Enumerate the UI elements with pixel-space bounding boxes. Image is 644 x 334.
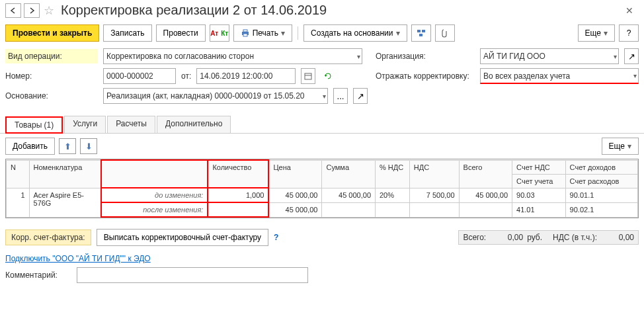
- move-down-button[interactable]: ⬇: [80, 138, 97, 154]
- totals-bar: Всего: 0,00 руб. НДС (в т.ч.): 0,00: [458, 230, 639, 245]
- col-item: Номенклатура: [29, 160, 101, 188]
- org-label: Организация:: [376, 52, 475, 61]
- add-button[interactable]: Добавить: [5, 138, 55, 155]
- close-icon[interactable]: ✕: [620, 5, 639, 16]
- op-type-select[interactable]: Корректировка по согласованию сторон ▾: [103, 48, 362, 64]
- more-button[interactable]: Еще: [578, 24, 615, 42]
- reflect-select[interactable]: Во всех разделах учета ▾: [480, 68, 639, 84]
- comment-input[interactable]: [77, 267, 308, 283]
- basis-input[interactable]: Реализация (акт, накладная) 0000-000019 …: [103, 88, 328, 104]
- basis-label: Основание:: [5, 91, 98, 101]
- edo-link[interactable]: Подключить "ООО "АЙ ТИ ГИД"" к ЭДО: [0, 250, 156, 267]
- basis-open-button[interactable]: ↗: [353, 88, 368, 104]
- tab-services[interactable]: Услуги: [64, 116, 106, 133]
- post-button[interactable]: Провести: [156, 24, 206, 42]
- chevron-down-icon: ▾: [633, 72, 637, 79]
- org-select[interactable]: АЙ ТИ ГИД ООО ▾: [480, 48, 619, 64]
- page-title: Корректировка реализации 2 от 14.06.2019: [61, 3, 618, 18]
- col-income-acc: Счет доходов: [565, 160, 637, 174]
- chevron-down-icon: ▾: [357, 53, 360, 60]
- col-change: [101, 160, 208, 188]
- org-open-button[interactable]: ↗: [624, 48, 639, 64]
- svg-rect-2: [243, 34, 247, 36]
- col-expense-acc: Счет расходов: [565, 174, 637, 188]
- create-based-button[interactable]: Создать на основании: [303, 24, 407, 42]
- basis-select-button[interactable]: ...: [333, 88, 348, 104]
- col-vat: НДС: [409, 160, 459, 188]
- col-sum: Сумма: [322, 160, 376, 188]
- refresh-button[interactable]: [321, 68, 335, 84]
- nav-forward-button[interactable]: [24, 3, 40, 18]
- write-button[interactable]: Записать: [103, 24, 151, 42]
- table-more-button[interactable]: Еще: [602, 138, 639, 155]
- nav-back-button[interactable]: [5, 3, 21, 18]
- struct-icon: [417, 29, 426, 37]
- svg-rect-5: [419, 34, 423, 36]
- goods-table: N Номенклатура Количество Цена Сумма % Н…: [5, 159, 639, 218]
- comment-label: Комментарий:: [5, 271, 71, 280]
- help-button[interactable]: ?: [619, 24, 639, 42]
- number-input[interactable]: 0000-000002: [103, 68, 176, 84]
- svg-rect-1: [243, 30, 247, 32]
- star-icon[interactable]: ☆: [42, 4, 56, 17]
- tab-calc[interactable]: Расчеты: [107, 116, 155, 133]
- printer-icon: [241, 29, 250, 37]
- col-price: Цена: [268, 160, 322, 188]
- col-acc: Счет учета: [512, 174, 566, 188]
- help-icon[interactable]: ?: [274, 233, 278, 242]
- dtkt-button[interactable]: АтКт: [210, 24, 229, 42]
- table-row[interactable]: после изменения: 45 000,00 41.01 90.02.1: [7, 202, 638, 217]
- calendar-button[interactable]: [301, 68, 315, 84]
- tab-extra[interactable]: Дополнительно: [157, 116, 231, 133]
- corr-invoice-label: Корр. счет-фактура:: [5, 230, 91, 245]
- paperclip-icon: [441, 28, 449, 38]
- svg-rect-4: [422, 30, 425, 32]
- tab-goods[interactable]: Товары (1): [5, 116, 63, 134]
- col-n: N: [7, 160, 30, 188]
- from-label: от:: [181, 71, 191, 81]
- op-type-label: Вид операции:: [5, 49, 98, 63]
- chevron-down-icon: ▾: [614, 53, 617, 60]
- col-qty: Количество: [208, 160, 268, 188]
- table-row[interactable]: 1 Acer Aspire E5-576G до изменения: 1,00…: [7, 188, 638, 202]
- svg-rect-6: [305, 73, 311, 79]
- struct-button[interactable]: [411, 24, 431, 42]
- refresh-icon: [323, 72, 333, 80]
- svg-rect-3: [417, 30, 421, 32]
- number-label: Номер:: [5, 71, 98, 81]
- col-total: Всего: [459, 160, 512, 188]
- reflect-label: Отражать корректировку:: [376, 71, 475, 81]
- col-vat-acc: Счет НДС: [512, 160, 566, 174]
- separator: [298, 26, 298, 40]
- move-up-button[interactable]: ⬆: [59, 138, 76, 154]
- corr-invoice-button[interactable]: Выписать корректировочный счет-фактуру: [97, 229, 268, 246]
- date-input[interactable]: 14.06.2019 12:00:00: [196, 68, 296, 84]
- print-button[interactable]: Печать: [233, 24, 292, 42]
- calendar-icon: [304, 72, 312, 80]
- attach-button[interactable]: [435, 24, 455, 42]
- col-vat-pct: % НДС: [376, 160, 410, 188]
- post-and-close-button[interactable]: Провести и закрыть: [5, 24, 99, 42]
- chevron-down-icon: ▾: [323, 93, 326, 100]
